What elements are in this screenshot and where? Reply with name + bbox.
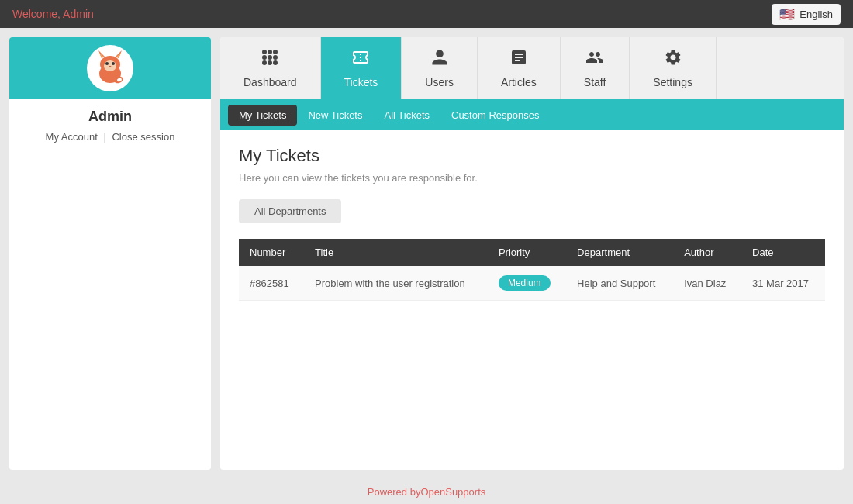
svg-point-7 xyxy=(105,62,109,65)
tab-label-dashboard: Dashboard xyxy=(243,76,297,88)
ticket-number: #862581 xyxy=(239,266,304,301)
content-area: Dashboard Tickets Users Articles Staff S… xyxy=(220,37,844,470)
priority-badge: Medium xyxy=(499,275,551,291)
staff-icon xyxy=(585,48,604,71)
col-header-priority: Priority xyxy=(488,239,566,266)
sidebar-body: Admin My Account | Close session xyxy=(9,99,211,152)
sub-tab-new-tickets[interactable]: New Tickets xyxy=(297,105,373,126)
tab-label-articles: Articles xyxy=(501,76,537,88)
language-selector[interactable]: 🇺🇸 English xyxy=(772,4,841,25)
svg-point-19 xyxy=(268,60,272,65)
tab-tickets[interactable]: Tickets xyxy=(321,37,402,99)
powered-by-text: Powered by xyxy=(368,486,421,498)
svg-point-16 xyxy=(268,55,272,60)
main-wrapper: Admin My Account | Close session Dashboa… xyxy=(0,28,853,479)
page-content: My Tickets Here you can view the tickets… xyxy=(220,130,844,470)
close-session-link[interactable]: Close session xyxy=(112,131,174,143)
svg-point-9 xyxy=(109,66,112,67)
welcome-text: Welcome, Admin xyxy=(12,8,94,20)
brand-name: OpenSupports xyxy=(420,486,485,498)
page-description: Here you can view the tickets you are re… xyxy=(239,172,825,184)
col-header-author: Author xyxy=(673,239,741,266)
top-bar: Welcome, Admin 🇺🇸 English xyxy=(0,0,853,28)
articles-icon xyxy=(509,48,528,71)
lang-label: English xyxy=(799,9,833,20)
sub-tab-custom-responses[interactable]: Custom Responses xyxy=(440,105,550,126)
ticket-author: Ivan Diaz xyxy=(673,266,741,301)
my-account-link[interactable]: My Account xyxy=(46,131,98,143)
sidebar-links: My Account | Close session xyxy=(19,131,202,143)
tab-settings[interactable]: Settings xyxy=(630,37,717,99)
username-label: Admin xyxy=(63,8,94,20)
tab-articles[interactable]: Articles xyxy=(478,37,561,99)
svg-point-15 xyxy=(262,55,267,60)
sub-tab-my-tickets[interactable]: My Tickets xyxy=(228,105,297,126)
dept-filter-button[interactable]: All Departments xyxy=(239,199,341,223)
tab-label-settings: Settings xyxy=(653,76,692,88)
settings-icon xyxy=(664,48,682,71)
table-row[interactable]: #862581Problem with the user registratio… xyxy=(239,266,825,301)
tab-label-tickets: Tickets xyxy=(344,76,378,88)
ticket-priority: Medium xyxy=(488,266,566,301)
footer: Powered by OpenSupports xyxy=(0,479,853,504)
col-header-title: Title xyxy=(304,239,488,266)
table-body: #862581Problem with the user registratio… xyxy=(239,266,825,301)
table-header-row: NumberTitlePriorityDepartmentAuthorDate xyxy=(239,239,825,266)
col-header-date: Date xyxy=(741,239,825,266)
tab-staff[interactable]: Staff xyxy=(561,37,630,99)
sidebar-header xyxy=(9,37,211,99)
nav-tabs: Dashboard Tickets Users Articles Staff S… xyxy=(220,37,844,99)
svg-point-13 xyxy=(268,50,272,54)
tickets-table: NumberTitlePriorityDepartmentAuthorDate … xyxy=(239,239,825,301)
col-header-number: Number xyxy=(239,239,304,266)
svg-point-20 xyxy=(273,60,278,65)
users-icon xyxy=(430,48,449,71)
flag-icon: 🇺🇸 xyxy=(779,7,795,22)
table-head: NumberTitlePriorityDepartmentAuthorDate xyxy=(239,239,825,266)
tab-label-users: Users xyxy=(425,76,454,88)
dashboard-icon xyxy=(261,48,279,71)
tickets-icon xyxy=(351,48,370,71)
svg-point-12 xyxy=(262,50,267,54)
svg-point-8 xyxy=(112,62,115,65)
sidebar: Admin My Account | Close session xyxy=(9,37,211,470)
admin-name: Admin xyxy=(19,109,202,125)
svg-point-14 xyxy=(273,50,278,54)
col-header-department: Department xyxy=(566,239,673,266)
svg-point-17 xyxy=(273,55,278,60)
page-title: My Tickets xyxy=(239,146,825,166)
sub-nav: My TicketsNew TicketsAll TicketsCustom R… xyxy=(220,99,844,130)
ticket-title: Problem with the user registration xyxy=(304,266,488,301)
avatar xyxy=(87,45,133,91)
sidebar-divider: | xyxy=(103,131,105,143)
tab-users[interactable]: Users xyxy=(402,37,478,99)
tab-label-staff: Staff xyxy=(584,76,606,88)
tab-dashboard[interactable]: Dashboard xyxy=(220,37,321,99)
welcome-prefix: Welcome, xyxy=(12,8,63,20)
svg-point-18 xyxy=(262,60,267,65)
ticket-department: Help and Support xyxy=(566,266,673,301)
ticket-date: 31 Mar 2017 xyxy=(741,266,825,301)
sub-tab-all-tickets[interactable]: All Tickets xyxy=(373,105,440,126)
